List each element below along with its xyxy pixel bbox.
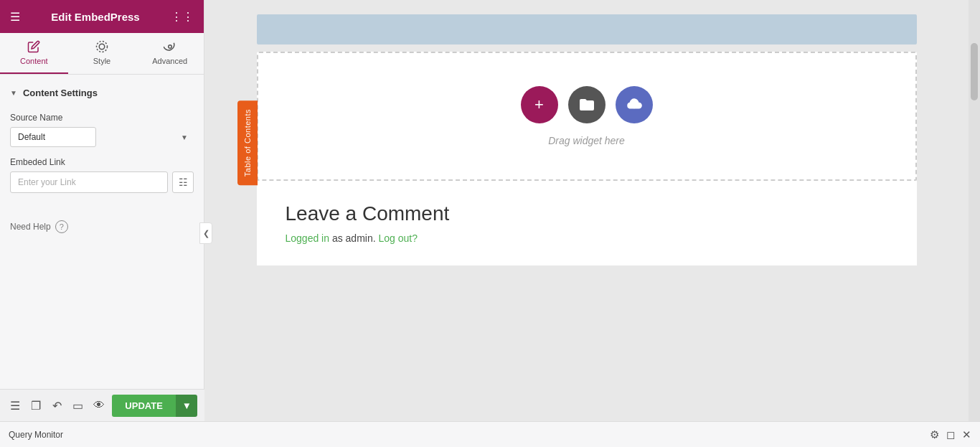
grid-icon[interactable]: ⋮⋮ xyxy=(171,10,194,24)
source-name-label: Source Name xyxy=(10,113,194,123)
tab-style[interactable]: Style xyxy=(68,33,136,74)
sidebar-content: ▼ Content Settings Source Name Default ▼… xyxy=(0,75,204,389)
toc-label: Table of Contents xyxy=(243,109,252,177)
section-arrow: ▼ xyxy=(10,89,17,97)
source-name-select-wrapper: Default ▼ xyxy=(10,127,194,147)
collapse-button[interactable]: ❮ xyxy=(199,222,212,244)
embed-link-label: Embeded Link xyxy=(10,157,194,167)
svg-point-1 xyxy=(97,42,108,52)
tab-advanced[interactable]: Advanced xyxy=(136,33,204,74)
folder-button[interactable] xyxy=(568,86,606,123)
drag-zone-inner: + xyxy=(521,86,653,146)
select-arrow-icon: ▼ xyxy=(181,133,188,141)
qm-settings-icon[interactable]: ⚙ xyxy=(930,428,939,441)
undo-icon[interactable]: ↶ xyxy=(50,395,65,416)
help-icon: ? xyxy=(55,220,68,233)
section-label: Content Settings xyxy=(23,88,98,98)
cloud-button[interactable] xyxy=(616,86,653,123)
form-area: Source Name Default ▼ Embeded Link ☷ xyxy=(0,104,204,212)
sidebar-title: Edit EmbedPress xyxy=(51,11,139,23)
qm-close-icon[interactable]: ✕ xyxy=(962,428,971,441)
bottom-toolbar: ☰ ❐ ↶ ▭ 👁 UPDATE ▼ xyxy=(0,389,204,421)
query-monitor-bar: Query Monitor ⚙ ◻ ✕ xyxy=(0,421,980,447)
qm-external-icon[interactable]: ◻ xyxy=(946,428,955,441)
preview-icon[interactable]: 👁 xyxy=(91,395,106,416)
query-monitor-label: Query Monitor xyxy=(9,430,930,440)
drag-text: Drag widget here xyxy=(548,135,625,146)
toc-tab[interactable]: Table of Contents xyxy=(237,100,258,185)
source-name-select[interactable]: Default xyxy=(10,127,96,147)
query-monitor-icons: ⚙ ◻ ✕ xyxy=(930,428,971,441)
tab-style-label: Style xyxy=(93,57,110,65)
top-bar xyxy=(257,14,917,44)
sidebar-bottom: ☰ ❐ ↶ ▭ 👁 UPDATE ▼ xyxy=(0,389,204,421)
update-button[interactable]: UPDATE xyxy=(112,395,175,417)
menu-icon[interactable]: ☰ xyxy=(10,10,20,24)
comment-section: Leave a Comment Logged in as admin. Log … xyxy=(257,181,917,265)
scrollbar-thumb xyxy=(971,43,978,100)
drag-icons: + xyxy=(521,86,653,123)
canvas-area: + xyxy=(204,0,969,421)
update-btn-group: UPDATE ▼ xyxy=(112,395,197,417)
layers-icon[interactable]: ☰ xyxy=(7,395,22,416)
svg-point-2 xyxy=(168,45,171,49)
as-text: as admin. xyxy=(332,232,376,244)
widgets-icon[interactable]: ❐ xyxy=(28,395,43,416)
need-help-section[interactable]: Need Help ? xyxy=(0,212,204,242)
source-name-row: Source Name Default ▼ xyxy=(10,113,194,147)
canvas-inner: + xyxy=(257,14,917,265)
svg-point-0 xyxy=(99,44,105,50)
add-widget-button[interactable]: + xyxy=(521,86,558,123)
need-help-label: Need Help xyxy=(10,222,51,232)
update-dropdown-button[interactable]: ▼ xyxy=(176,395,197,417)
main-content: + xyxy=(204,0,969,421)
sidebar-tabs: Content Style Advanced xyxy=(0,33,204,75)
tab-content[interactable]: Content xyxy=(0,33,68,74)
sidebar: ☰ Edit EmbedPress ⋮⋮ Content Style Advan… xyxy=(0,0,204,421)
right-scrollbar[interactable] xyxy=(969,0,980,421)
comment-title: Leave a Comment xyxy=(286,202,888,225)
embed-link-input[interactable] xyxy=(10,171,168,193)
comment-subtitle: Logged in as admin. Log out? xyxy=(286,232,888,244)
sidebar-header: ☰ Edit EmbedPress ⋮⋮ xyxy=(0,0,204,33)
tab-advanced-label: Advanced xyxy=(152,57,187,65)
content-settings-header[interactable]: ▼ Content Settings xyxy=(0,82,204,104)
responsive-icon[interactable]: ▭ xyxy=(70,395,85,416)
logout-link[interactable]: Log out? xyxy=(379,232,418,244)
embed-link-row: Embeded Link ☷ xyxy=(10,157,194,193)
embed-link-input-row: ☷ xyxy=(10,171,194,193)
logged-in-link[interactable]: Logged in xyxy=(286,232,330,244)
list-icon-button[interactable]: ☷ xyxy=(172,171,194,193)
tab-content-label: Content xyxy=(20,57,48,65)
drag-zone: + xyxy=(257,52,917,181)
